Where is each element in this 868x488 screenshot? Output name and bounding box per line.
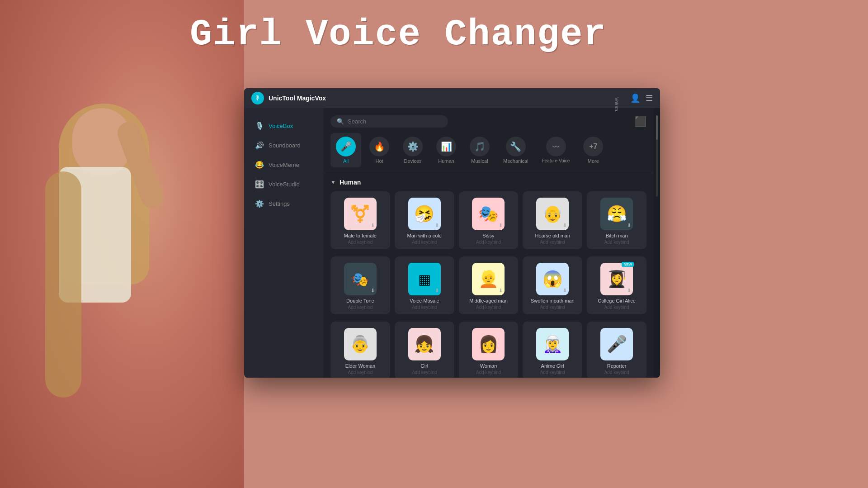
voice-keybind-hoarse-old-man[interactable]: Add keybind — [540, 240, 565, 245]
voice-name-woman: Woman — [480, 363, 497, 369]
sidebar-voicebox-label: VoiceBox — [269, 123, 293, 129]
download-icon-3: ⬇ — [499, 223, 503, 228]
voice-avatar-man-with-cold: 🤧 ⬇ — [408, 198, 441, 230]
tab-mechanical-label: Mechanical — [503, 158, 528, 164]
tab-feature-voice[interactable]: 〰️ Feature Voice — [537, 133, 576, 167]
voice-card-bitch-man[interactable]: 😤 ⬇ Bitch man Add keybind — [587, 191, 646, 249]
voice-card-college-girl-alice[interactable]: NEW 👩‍🎓 ⬇ College Girl Alice Add keybind — [587, 256, 646, 314]
voice-card-double-tone[interactable]: 🎭 ⬇ Double Tone Add keybind — [330, 256, 390, 314]
tab-musical[interactable]: 🎵 Musical — [464, 133, 495, 167]
download-icon-2: ⬇ — [435, 223, 439, 228]
voice-card-male-to-female[interactable]: ⚧️ ⬇ Male to female Add keybind — [330, 191, 390, 249]
app-body: 🎙️ VoiceBox 🔊 Soundboard 😂 VoiceMeme 🎛️ … — [244, 108, 660, 378]
tab-mechanical[interactable]: 🔧 Mechanical — [498, 133, 534, 167]
voice-keybind-double-tone[interactable]: Add keybind — [348, 305, 373, 310]
girl-figure — [0, 0, 244, 488]
voice-card-voice-mosaic[interactable]: ▦ ⬇ Voice Mosaic Add keybind — [395, 256, 454, 314]
voice-keybind-college-girl-alice[interactable]: Add keybind — [604, 305, 629, 310]
voice-avatar-male-to-female: ⚧️ ⬇ — [344, 198, 377, 230]
human-section-header: ▼ Human — [330, 179, 646, 186]
voice-card-man-with-cold[interactable]: 🤧 ⬇ Man with a cold Add keybind — [395, 191, 454, 249]
voice-name-male-to-female: Male to female — [344, 233, 377, 238]
download-icon-6: ⬇ — [371, 288, 375, 294]
tab-human-icon: 📊 — [436, 137, 456, 156]
voice-avatar-girl: 👧 — [408, 328, 441, 360]
voice-name-man-with-cold: Man with a cold — [407, 233, 441, 238]
sidebar-item-voicestudio[interactable]: 🎛️ VoiceStudio — [248, 175, 320, 193]
voice-grid-row3: 👵 Elder Woman Add keybind 👧 Girl Add key… — [330, 322, 646, 378]
tab-musical-label: Musical — [471, 158, 488, 164]
download-icon-8: ⬇ — [499, 288, 503, 294]
voice-avatar-swollen-mouth-man: 😱 ⬇ — [536, 263, 569, 295]
voice-card-middle-aged-man[interactable]: 👱 ⬇ Middle-aged man Add keybind — [459, 256, 519, 314]
sidebar-soundboard-label: Soundboard — [269, 142, 301, 149]
voice-name-bitch-man: Bitch man — [606, 233, 628, 238]
voice-keybind-bitch-man[interactable]: Add keybind — [604, 240, 629, 245]
cube-icon[interactable]: ⬛ — [634, 116, 646, 128]
voice-card-reporter[interactable]: 🎤 Reporter Add keybind — [587, 322, 646, 378]
tab-musical-icon: 🎵 — [470, 137, 490, 156]
tab-hot-icon: 🔥 — [369, 137, 389, 156]
search-input[interactable] — [348, 118, 442, 125]
voice-name-college-girl-alice: College Girl Alice — [598, 298, 636, 303]
voice-name-double-tone: Double Tone — [346, 298, 374, 303]
tab-more-icon: +7 — [583, 137, 603, 156]
voice-avatar-voice-mosaic: ▦ ⬇ — [408, 263, 441, 295]
menu-icon[interactable]: ☰ — [646, 93, 653, 103]
voicememe-icon: 😂 — [255, 161, 264, 169]
voice-avatar-college-girl-alice: NEW 👩‍🎓 ⬇ — [600, 263, 633, 295]
search-input-wrap[interactable]: 🔍 — [330, 115, 448, 128]
voice-grid-row2: 🎭 ⬇ Double Tone Add keybind ▦ ⬇ Voice Mo… — [330, 256, 646, 314]
sidebar-item-settings[interactable]: ⚙️ Settings — [248, 195, 320, 213]
tab-hot[interactable]: 🔥 Hot — [364, 133, 395, 167]
tab-human[interactable]: 📊 Human — [431, 133, 462, 167]
voice-card-woman[interactable]: 👩 Woman Add keybind — [459, 322, 519, 378]
voice-card-sissy[interactable]: 🎭 ⬇ Sissy Add keybind — [459, 191, 519, 249]
voice-name-sissy: Sissy — [482, 233, 494, 238]
voice-card-girl[interactable]: 👧 Girl Add keybind — [395, 322, 454, 378]
voice-grid-wrap[interactable]: ▼ Human ⚧️ ⬇ Male to female Add keybind — [323, 173, 654, 378]
new-badge: NEW — [622, 262, 634, 267]
voice-avatar-hoarse-old-man: 👴 ⬇ — [536, 198, 569, 230]
search-bar: 🔍 ⬛ — [323, 108, 654, 128]
voice-card-anime-girl[interactable]: 🧝‍♀️ Anime Girl Add keybind — [523, 322, 582, 378]
voice-keybind-voice-mosaic[interactable]: Add keybind — [412, 305, 437, 310]
voice-keybind-anime-girl[interactable]: Add keybind — [540, 370, 565, 375]
voice-name-anime-girl: Anime Girl — [541, 363, 564, 369]
voice-keybind-reporter[interactable]: Add keybind — [604, 370, 629, 375]
voice-keybind-swollen-mouth-man[interactable]: Add keybind — [540, 305, 565, 310]
voice-card-swollen-mouth-man[interactable]: 😱 ⬇ Swollen mouth man Add keybind — [523, 256, 582, 314]
voice-name-elder-woman: Elder Woman — [345, 363, 375, 369]
voice-keybind-man-with-cold[interactable]: Add keybind — [412, 240, 437, 245]
voice-card-hoarse-old-man[interactable]: 👴 ⬇ Hoarse old man Add keybind — [523, 191, 582, 249]
voice-avatar-sissy: 🎭 ⬇ — [472, 198, 505, 230]
sidebar-voicestudio-label: VoiceStudio — [269, 181, 300, 188]
voice-keybind-middle-aged-man[interactable]: Add keybind — [476, 305, 501, 310]
voice-name-reporter: Reporter — [607, 363, 627, 369]
user-icon[interactable]: 👤 — [630, 93, 640, 103]
tab-all-icon: 🎤 — [336, 137, 356, 156]
voice-keybind-sissy[interactable]: Add keybind — [476, 240, 501, 245]
download-icon-10: ⬇ — [627, 288, 631, 294]
voice-keybind-girl[interactable]: Add keybind — [412, 370, 437, 375]
sidebar-item-soundboard[interactable]: 🔊 Soundboard — [248, 137, 320, 154]
download-icon-7: ⬇ — [435, 288, 439, 294]
volume-track — [656, 115, 658, 197]
voice-name-swollen-mouth-man: Swollen mouth man — [531, 298, 575, 303]
app-window: 🎙 UnicTool MagicVox 👤 ☰ 🎙️ VoiceBox 🔊 So… — [244, 88, 660, 378]
voice-avatar-woman: 👩 — [472, 328, 505, 360]
tab-feature-voice-label: Feature Voice — [542, 158, 570, 164]
sidebar-item-voicebox[interactable]: 🎙️ VoiceBox — [248, 117, 320, 135]
sidebar-item-voicememe[interactable]: 😂 VoiceMeme — [248, 156, 320, 174]
voice-keybind-elder-woman[interactable]: Add keybind — [348, 370, 373, 375]
voicestudio-icon: 🎛️ — [255, 180, 264, 189]
voice-keybind-male-to-female[interactable]: Add keybind — [348, 240, 373, 245]
tab-more[interactable]: +7 More — [578, 133, 609, 167]
section-arrow: ▼ — [330, 179, 336, 185]
voice-name-middle-aged-man: Middle-aged man — [469, 298, 508, 303]
voice-card-elder-woman[interactable]: 👵 Elder Woman Add keybind — [330, 322, 390, 378]
download-icon-4: ⬇ — [563, 223, 567, 228]
tab-all[interactable]: 🎤 All — [330, 133, 361, 167]
voice-keybind-woman[interactable]: Add keybind — [476, 370, 501, 375]
tab-devices[interactable]: ⚙️ Devices — [397, 133, 428, 167]
